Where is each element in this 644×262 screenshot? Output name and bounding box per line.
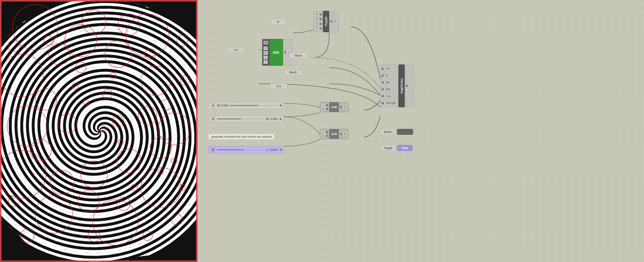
annotation-text: gradually increase this until circles ar… <box>211 135 271 138</box>
annotation-tooltip: gradually increase this until circles ar… <box>208 134 274 140</box>
img-port-f: F <box>263 46 268 50</box>
slider-a2-indicator <box>266 118 269 120</box>
button-label: Button <box>380 129 396 135</box>
pop2d-port-r: R <box>314 12 322 16</box>
slider-a1[interactable]: A 0.664 <box>208 102 284 109</box>
axb2-port-r: R <box>340 132 347 136</box>
viewport <box>0 0 198 262</box>
img-node[interactable]: ⊞ F R X Y IMG I <box>262 39 292 66</box>
toggle-label: Toggle <box>380 145 396 151</box>
crv-top-node[interactable]: Crv <box>227 47 245 53</box>
img-port-x: X <box>263 56 268 59</box>
imgcircles-port-max: Max <box>382 87 397 91</box>
pop2d-node[interactable]: R N S P Pop2D P <box>313 11 339 32</box>
axb1-port-r: R <box>340 105 347 109</box>
imgcircles-port-strength: Strength <box>382 101 397 105</box>
axb2-node[interactable]: A B A×B R <box>320 129 349 139</box>
slider-a1-output <box>280 104 282 107</box>
slider-a1-track[interactable] <box>229 105 277 106</box>
axb2-port-b: B <box>321 134 328 138</box>
axb1-port-a: A <box>321 103 328 107</box>
mesh1-node[interactable]: Mesh <box>289 53 308 59</box>
imgcircles-port-right <box>406 85 408 87</box>
mesh1-label: Mesh <box>295 54 302 57</box>
crv-bottom-node[interactable]: Crv <box>270 83 288 89</box>
imgcircles-body: ImgCircles <box>398 64 405 107</box>
img-port-y: Y <box>263 60 268 64</box>
imgcircles-port-crvs: Crvs <box>382 94 397 98</box>
slider-b-track[interactable] <box>217 149 265 150</box>
slider-a1-indicator <box>217 104 220 107</box>
button-node[interactable]: Button <box>380 129 413 135</box>
axb1-ports-right: R <box>339 102 348 112</box>
mesh2-label: Mesh <box>289 71 297 74</box>
axb2-ports-right: R <box>339 129 348 139</box>
slider-a2[interactable]: A 3.506 <box>208 115 284 122</box>
axb2-body: A×B <box>329 129 339 139</box>
axb1-node[interactable]: A B A×B R <box>320 102 349 112</box>
imgcircles-port-m: M <box>382 74 397 78</box>
slider-b[interactable]: B 3.524 <box>208 146 284 153</box>
pop2d-port-p: P <box>314 27 322 31</box>
img-port-r: R <box>263 51 268 55</box>
crv-bottom-label: Crv <box>277 85 281 88</box>
slider-b-letter: B <box>210 147 216 152</box>
pop2d-port-n: N <box>314 17 322 21</box>
img-icon: ⊞ <box>263 41 268 45</box>
imgcircles-port-pts: Pts <box>382 67 397 71</box>
toggle-value[interactable]: True <box>397 145 412 151</box>
slider-a2-value: 3.506 <box>270 117 277 121</box>
slider-a2-track[interactable] <box>217 118 265 119</box>
axb2-port-a: A <box>321 130 328 134</box>
crv-top-label: Crv <box>234 48 238 52</box>
slider-b-output <box>280 149 282 151</box>
axb2-ports-left: A B <box>320 129 329 139</box>
imgcircles-port-min: Min <box>382 81 397 85</box>
imgcircles-node[interactable]: Pts M Min Max Crvs Strength ImgCircles <box>380 64 414 107</box>
img-port-right <box>284 51 286 53</box>
axb1-body: A×B <box>329 102 339 112</box>
slider-b-indicator <box>266 148 269 151</box>
pop2d-port-right <box>330 20 332 23</box>
n-node[interactable]: N <box>270 19 286 25</box>
slider-a1-value: 0.664 <box>221 104 228 107</box>
slider-a2-output <box>280 118 282 120</box>
toggle-node[interactable]: Toggle True <box>380 145 413 151</box>
n-node-label: N <box>277 20 279 23</box>
slider-a1-letter: A <box>210 103 216 108</box>
viewport-canvas <box>1 1 197 261</box>
pop2d-port-s: S <box>314 22 322 26</box>
axb1-port-b: B <box>321 107 328 111</box>
pop2d-body: Pop2D <box>323 11 329 32</box>
axb1-ports-left: A B <box>320 102 329 112</box>
mesh2-node[interactable]: Mesh <box>284 69 302 75</box>
img-body: IMG <box>269 39 283 66</box>
slider-b-value: 3.524 <box>270 148 277 151</box>
slider-a2-letter: A <box>210 117 216 121</box>
node-editor[interactable]: N R N S P Pop2D P Crv <box>198 0 644 262</box>
button-switch[interactable] <box>397 129 413 135</box>
